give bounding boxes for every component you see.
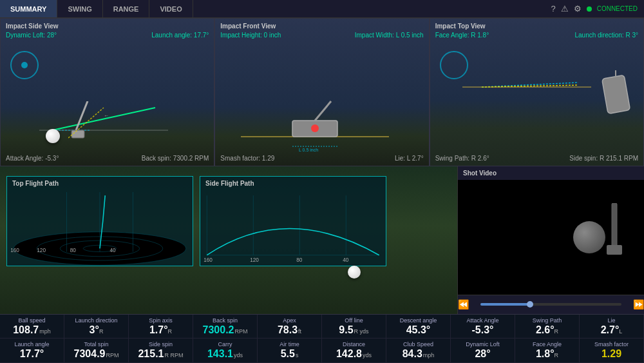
tab-range[interactable]: RANGE — [103, 0, 150, 17]
stat-club-speed-unit: mph — [423, 352, 435, 358]
stats-section: Ball speed 108.7mph Launch direction 3°R… — [0, 314, 644, 363]
top-flight-svg: 160 120 80 40 — [7, 177, 193, 266]
impact-front-view: Impact Front View Impact Height: 0 inch … — [214, 18, 429, 166]
course-ball — [348, 266, 361, 279]
video-forward-button[interactable]: ⏩ — [633, 299, 644, 309]
stat-attack-angle: Attack Angle -5.3° — [451, 315, 515, 338]
video-rewind-button[interactable]: ⏪ — [458, 299, 469, 309]
tab-video[interactable]: VIDEO — [149, 0, 193, 17]
stat-attack-label: Attack Angle — [455, 317, 511, 324]
video-panel-title: Shot Video — [458, 166, 644, 180]
video-progress-handle[interactable] — [527, 301, 533, 308]
svg-text:160: 160 — [204, 257, 213, 263]
warning-icon[interactable]: ⚠ — [561, 4, 569, 14]
stat-descent-value: 45.3° — [406, 324, 431, 335]
svg-line-6 — [68, 108, 104, 138]
video-club — [605, 203, 631, 268]
stat-total-spin-label: Total spin — [68, 341, 124, 348]
stat-carry: Carry 143.1yds — [193, 338, 258, 362]
stat-club-speed-label: Club Speed — [390, 341, 446, 348]
stat-swing-path: Swing Path 2.6°R — [515, 315, 580, 338]
flight-paths-area: Top Flight Path 160 120 — [0, 166, 457, 314]
impact-side-view: Impact Side View Dynamic Loft: 28° Launc… — [0, 18, 214, 166]
front-impact-height: Impact Height: 0 inch — [220, 32, 281, 39]
video-progress-fill — [480, 303, 530, 306]
side-back-spin: Back spin: 7300.2 RPM — [142, 155, 209, 162]
top-view-arc — [440, 51, 468, 79]
tab-summary[interactable]: SUMMARY — [0, 0, 57, 17]
stat-air-time: Air time 5.5s — [258, 338, 322, 362]
svg-text:40: 40 — [109, 248, 116, 253]
help-icon[interactable]: ? — [551, 4, 555, 14]
video-ball — [573, 221, 605, 253]
top-face-angle: Face Angle: R 1.8° — [435, 32, 489, 39]
top-view-title: Impact Top View — [435, 23, 486, 30]
stat-descent-label: Descent angle — [390, 317, 446, 324]
stat-distance: Distance 142.8yds — [322, 338, 386, 362]
stat-launch-dir-value: 3° — [90, 324, 99, 335]
stat-ball-speed-value: 108.7 — [13, 324, 39, 335]
main-area: Impact Side View Dynamic Loft: 28° Launc… — [0, 18, 644, 363]
stat-back-spin-label: Back spin — [197, 317, 253, 324]
video-progress-bar[interactable] — [480, 303, 621, 306]
settings-icon[interactable]: ⚙ — [574, 4, 582, 14]
side-flight-title: Side Flight Path — [205, 180, 254, 187]
stat-ball-speed-unit: mph — [39, 328, 51, 335]
top-view-club — [598, 70, 637, 122]
stat-smash-factor-label: Smash factor — [583, 341, 639, 348]
stat-lie-unit: L — [619, 328, 622, 335]
side-view-club — [68, 101, 107, 146]
svg-text:120: 120 — [250, 257, 259, 263]
connection-status: CONNECTED — [597, 5, 638, 12]
svg-rect-39 — [607, 245, 622, 255]
stat-club-speed: Club Speed 84.3mph — [386, 338, 451, 362]
stat-off-line-value: 9.5 — [339, 324, 353, 335]
stat-dynamic-loft-value: 28° — [475, 348, 490, 359]
stat-swing-path-value: 2.6° — [536, 324, 554, 335]
stat-dynamic-loft: Dynamic Loft 28° — [451, 338, 515, 362]
video-panel: Shot Video ⏪ ⏩ — [457, 166, 644, 314]
stat-air-time-label: Air time — [261, 341, 317, 348]
nav-right: ? ⚠ ⚙ CONNECTED — [551, 4, 644, 14]
side-flight-box: Side Flight Path 160 120 80 40 — [200, 176, 386, 266]
svg-text:L 0.5 inch: L 0.5 inch — [299, 148, 318, 152]
stat-lie-label: Lie — [583, 317, 639, 324]
svg-rect-16 — [602, 75, 630, 113]
stat-air-time-unit: s — [296, 352, 299, 358]
connection-indicator — [587, 6, 592, 12]
stat-smash-factor: Smash factor 1.29 — [580, 338, 644, 362]
stat-total-spin-value: 7304.9 — [74, 348, 106, 359]
stat-apex: Apex 78.3ft — [258, 315, 322, 338]
stat-face-angle: Face Angle 1.8°R — [515, 338, 580, 362]
svg-text:160: 160 — [10, 248, 19, 253]
stat-face-angle-value: 1.8° — [536, 348, 554, 359]
bottom-area: Top Flight Path 160 120 — [0, 166, 644, 363]
stat-spin-axis-label: Spin axis — [133, 317, 189, 324]
stat-club-speed-value: 84.3 — [402, 348, 422, 359]
side-dynamic-loft: Dynamic Loft: 28° — [6, 32, 57, 39]
stat-distance-value: 142.8 — [336, 348, 362, 359]
stat-face-angle-label: Face Angle — [519, 341, 575, 348]
video-controls: ⏪ ⏩ — [458, 295, 644, 314]
stat-distance-label: Distance — [326, 341, 382, 348]
stat-carry-unit: yds — [234, 352, 243, 358]
top-launch-dir: Launch direction: R 3° — [574, 32, 638, 39]
stat-carry-label: Carry — [197, 341, 253, 348]
stats-row-2: Launch angle 17.7° Total spin 7304.9RPM … — [0, 338, 644, 363]
stat-carry-value: 143.1 — [207, 348, 233, 359]
stat-apex-unit: ft — [298, 328, 301, 335]
stat-total-spin-unit: RPM — [106, 352, 118, 358]
stat-total-spin: Total spin 7304.9RPM — [64, 338, 129, 362]
stat-dynamic-loft-label: Dynamic Loft — [455, 341, 511, 348]
stat-launch-angle-label: Launch angle — [4, 341, 60, 348]
stats-row-1: Ball speed 108.7mph Launch direction 3°R… — [0, 315, 644, 339]
stat-side-spin-label: Side spin — [133, 341, 189, 348]
svg-text:120: 120 — [37, 248, 46, 253]
svg-text:80: 80 — [70, 248, 77, 253]
stat-spin-axis-unit: R — [168, 328, 173, 335]
tab-swing[interactable]: SWING — [57, 0, 102, 17]
svg-rect-5 — [71, 130, 84, 138]
stat-off-line-label: Off line — [326, 317, 382, 324]
front-view-svg: L 0.5 inch — [241, 101, 389, 153]
stat-launch-angle: Launch angle 17.7° — [0, 338, 64, 362]
